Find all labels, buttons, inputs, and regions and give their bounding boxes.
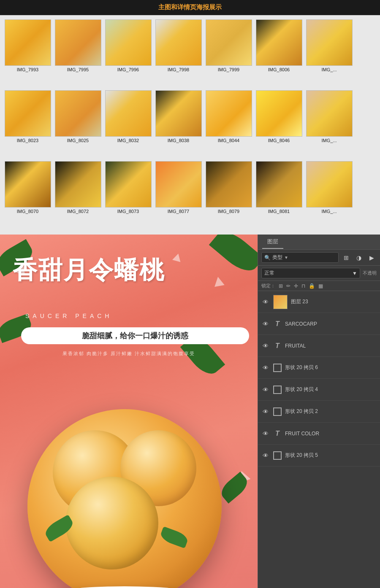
thumbnail[interactable] [256, 19, 302, 66]
file-name: IMG_... [321, 138, 337, 143]
layers-list: 👁 图层 23 👁 T SARCOCARP 👁 T FRUITAL [258, 291, 380, 588]
thumbnail[interactable] [5, 19, 51, 66]
list-item[interactable]: IMG_7993 [3, 19, 52, 89]
list-item[interactable]: IMG_8023 [3, 90, 52, 159]
layer-name: 形状 20 拷贝 4 [285, 386, 377, 393]
thumbnail[interactable] [206, 19, 252, 66]
shape-layer-icon [273, 451, 282, 460]
thumbnail[interactable] [55, 19, 101, 66]
thumbnail[interactable] [55, 90, 101, 137]
blend-mode-select[interactable]: 正常 ▼ [261, 268, 360, 278]
thumbnail[interactable] [105, 19, 152, 66]
lock-brush-icon[interactable]: ✏ [286, 283, 290, 289]
list-item[interactable]: IMG_8079 [204, 161, 253, 230]
layer-item[interactable]: 👁 T SARCOCARP [258, 313, 380, 335]
layer-item[interactable]: 👁 形状 20 拷贝 4 [258, 379, 380, 401]
list-item[interactable]: IMG_7999 [204, 19, 253, 89]
panel-icon-btn-2[interactable]: ◑ [354, 253, 364, 263]
file-name: IMG_... [321, 67, 337, 72]
list-item[interactable]: IMG_7995 [54, 19, 102, 89]
file-browser: IMG_7993 IMG_7995 IMG_7996 IMG_7998 IMG_… [0, 15, 380, 235]
layer-visibility-toggle[interactable]: 👁 [261, 298, 270, 306]
thumbnail[interactable] [5, 90, 51, 137]
list-item[interactable]: IMG_8038 [154, 90, 203, 159]
file-name: IMG_8038 [168, 138, 189, 143]
list-item[interactable]: IMG_... [305, 90, 353, 159]
layer-name: 图层 23 [291, 298, 377, 305]
list-item[interactable]: IMG_... [305, 161, 353, 230]
poster-title: 香甜月令蟠桃 [13, 258, 165, 282]
list-item[interactable]: IMG_8077 [154, 161, 203, 230]
poster-slogan-box: 脆甜细腻，给你一口爆汁的诱惑 [21, 327, 249, 344]
file-name: IMG_8023 [17, 138, 38, 143]
peach-3 [65, 477, 158, 569]
layer-item[interactable]: 👁 形状 20 拷贝 6 [258, 357, 380, 379]
file-name: IMG_7996 [117, 67, 139, 72]
text-layer-icon: T [273, 342, 282, 350]
thumbnail[interactable] [206, 90, 252, 137]
thumbnail[interactable] [256, 161, 302, 208]
top-bar: 主图和详情页海报展示 [0, 0, 380, 15]
layer-visibility-toggle[interactable]: 👁 [261, 407, 270, 416]
list-item[interactable]: IMG_8032 [104, 90, 152, 159]
peach-cluster [27, 409, 222, 588]
thumbnail[interactable] [55, 161, 101, 208]
file-name: IMG_7998 [168, 67, 189, 72]
thumbnail[interactable] [5, 161, 51, 208]
layer-visibility-toggle[interactable]: 👁 [261, 320, 270, 328]
lock-all-icon[interactable]: 🔒 [309, 283, 315, 289]
file-name: IMG_8006 [268, 67, 290, 72]
file-name: IMG_8044 [218, 138, 239, 143]
list-item[interactable]: IMG_... [305, 19, 353, 89]
poster-area: 香甜月令蟠桃 SAUCER PEACH 脆甜细腻，给你一口爆汁的诱惑 果香浓郁 … [0, 235, 258, 588]
eye-icon: 👁 [263, 321, 269, 327]
thumbnail[interactable] [155, 19, 202, 66]
thumbnail[interactable] [306, 90, 353, 137]
blend-mode-value: 正常 [264, 270, 274, 277]
thumbnail[interactable] [306, 161, 353, 208]
eye-icon: 👁 [263, 430, 269, 437]
lock-move-icon[interactable]: ✛ [294, 283, 298, 289]
lock-artboard-icon[interactable]: ⊓ [301, 283, 305, 289]
layer-item[interactable]: 👁 形状 20 拷贝 2 [258, 401, 380, 423]
list-item[interactable]: IMG_7998 [154, 19, 203, 89]
panel-icon-btn-1[interactable]: ⊞ [341, 253, 351, 263]
eye-icon: 👁 [263, 299, 269, 305]
layer-item[interactable]: 👁 形状 20 拷贝 5 [258, 445, 380, 467]
thumbnail[interactable] [155, 161, 202, 208]
file-name: IMG_8079 [218, 209, 239, 214]
layer-visibility-toggle[interactable]: 👁 [261, 451, 270, 460]
thumbnail[interactable] [155, 90, 202, 137]
list-item[interactable]: IMG_8044 [204, 90, 253, 159]
search-box[interactable]: 🔍 类型 ▼ [261, 252, 339, 263]
thumbnail[interactable] [206, 161, 252, 208]
layer-visibility-toggle[interactable]: 👁 [261, 364, 270, 372]
leaf-small-2 [159, 526, 189, 548]
lock-position-icon[interactable]: ⊞ [279, 283, 283, 289]
list-item[interactable]: IMG_8025 [54, 90, 102, 159]
lock-extra-icon[interactable]: ▦ [318, 283, 323, 289]
shape-layer-icon [273, 407, 282, 416]
list-item[interactable]: IMG_7996 [104, 19, 152, 89]
list-item[interactable]: IMG_8046 [255, 90, 303, 159]
thumbnail[interactable] [256, 90, 302, 137]
list-item[interactable]: IMG_8081 [255, 161, 303, 230]
thumbnail[interactable] [105, 90, 152, 137]
layer-name: FRUITAL [285, 343, 377, 349]
thumbnail[interactable] [306, 19, 353, 66]
poster-subtitle: SAUCER PEACH [25, 313, 112, 319]
panel-icon-btn-3[interactable]: ▶ [366, 253, 377, 263]
list-item[interactable]: IMG_8006 [255, 19, 303, 89]
layer-visibility-toggle[interactable]: 👁 [261, 429, 270, 438]
layer-item[interactable]: 👁 T FRUITAL [258, 335, 380, 357]
layer-item-fruit-color[interactable]: 👁 T FRUIT COLOR [258, 423, 380, 445]
list-item[interactable]: IMG_8073 [104, 161, 152, 230]
list-item[interactable]: IMG_8070 [3, 161, 52, 230]
list-item[interactable]: IMG_8072 [54, 161, 102, 230]
layer-visibility-toggle[interactable]: 👁 [261, 386, 270, 394]
layer-name: 形状 20 拷贝 2 [285, 408, 377, 415]
layer-item[interactable]: 👁 图层 23 [258, 291, 380, 313]
tab-layers[interactable]: 图层 [262, 235, 283, 249]
thumbnail[interactable] [105, 161, 152, 208]
layer-visibility-toggle[interactable]: 👁 [261, 342, 270, 350]
